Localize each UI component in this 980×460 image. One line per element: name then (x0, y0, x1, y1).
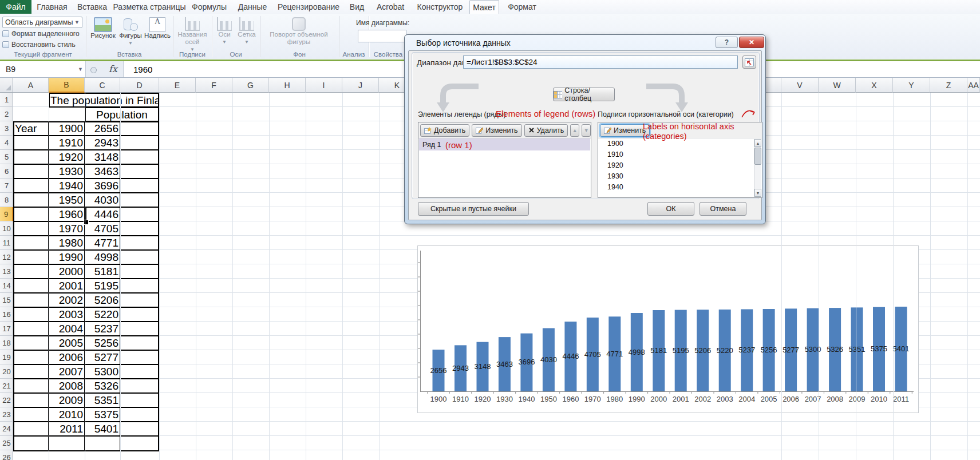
row-header-9[interactable]: 9 (0, 207, 13, 221)
scroll-down-button[interactable]: ▼ (754, 189, 761, 197)
tab-insert[interactable]: Вставка (76, 0, 109, 14)
cell-B4[interactable]: 1910 (50, 136, 83, 150)
cell-B18[interactable]: 2005 (50, 336, 83, 350)
insert-picture-button[interactable]: Рисунок (89, 17, 117, 39)
cell-C24[interactable]: 5401 (86, 422, 118, 436)
cell-C2-population-header[interactable]: Population (86, 108, 158, 122)
chart-elements-dropdown[interactable]: Область диаграммы ▼ (2, 17, 82, 28)
row-header-7[interactable]: 7 (0, 179, 13, 193)
cell-C13[interactable]: 5181 (86, 264, 118, 279)
row-header-20[interactable]: 20 (0, 364, 13, 379)
tab-page-layout[interactable]: Разметка страницы (114, 0, 184, 14)
hidden-empty-cells-button[interactable]: Скрытые и пустые ячейки (418, 202, 529, 216)
row-header-12[interactable]: 12 (0, 250, 13, 264)
column-header-Z[interactable]: Z (930, 78, 967, 93)
row-header-18[interactable]: 18 (0, 336, 13, 350)
row-header-24[interactable]: 24 (0, 422, 13, 436)
edit-series-button[interactable]: Изменить (472, 124, 521, 137)
column-header-Y[interactable]: Y (893, 78, 930, 93)
cell-C10[interactable]: 4705 (86, 221, 118, 236)
column-header-V[interactable]: V (781, 78, 819, 93)
tab-review[interactable]: Рецензирование (278, 0, 339, 14)
column-header-B[interactable]: B (49, 78, 85, 93)
move-series-up-button[interactable]: ▲ (570, 124, 579, 137)
cell-B16[interactable]: 2003 (50, 307, 83, 322)
column-header-D[interactable]: D (120, 78, 159, 93)
row-header-19[interactable]: 19 (0, 350, 13, 364)
cell-C5[interactable]: 3148 (86, 150, 118, 164)
insert-function-icon[interactable]: fx (109, 64, 117, 74)
active-cell-selection[interactable] (48, 207, 86, 222)
cell-B21[interactable]: 2008 (50, 379, 83, 393)
gridlines-button[interactable]: Сетка ▼ (236, 17, 258, 46)
row-header-25[interactable]: 25 (0, 436, 13, 450)
tab-formulas[interactable]: Формулы (193, 0, 226, 14)
reset-style-button[interactable]: Восстановить стиль (1, 41, 76, 49)
row-header-13[interactable]: 13 (0, 264, 13, 279)
tab-design[interactable]: Конструктор (415, 0, 465, 14)
scroll-thumb[interactable] (754, 148, 761, 165)
cell-B8[interactable]: 1950 (50, 193, 83, 207)
category-item-1910[interactable]: 1910 (599, 149, 761, 160)
axes-button[interactable]: Оси ▼ (214, 17, 235, 46)
name-box[interactable]: B9 ▼ (0, 61, 86, 77)
cell-B20[interactable]: 2007 (50, 364, 83, 379)
cell-B19[interactable]: 2006 (50, 350, 83, 364)
cell-B15[interactable]: 2002 (50, 293, 83, 307)
cell-C12[interactable]: 4998 (86, 250, 118, 264)
cell-C11[interactable]: 4771 (86, 236, 118, 250)
cell-B13[interactable]: 2000 (50, 264, 83, 279)
cell-B11[interactable]: 1980 (50, 236, 83, 250)
row-header-6[interactable]: 6 (0, 164, 13, 179)
cell-C19[interactable]: 5277 (86, 350, 118, 364)
column-header-X[interactable]: X (856, 78, 893, 93)
column-header-partial[interactable] (766, 78, 781, 93)
cell-C21[interactable]: 5326 (86, 379, 118, 393)
cell-C14[interactable]: 5195 (86, 279, 118, 293)
ok-button[interactable]: ОК (647, 202, 694, 216)
tab-data[interactable]: Данные (236, 0, 269, 14)
name-box-dropdown-icon[interactable]: ▼ (78, 66, 83, 72)
insert-shapes-button[interactable]: Фигуры ▼ (118, 17, 143, 47)
insert-textbox-button[interactable]: A Надпись (144, 17, 171, 39)
scroll-up-button[interactable]: ▲ (754, 139, 761, 147)
row-header-8[interactable]: 8 (0, 193, 13, 207)
format-selection-button[interactable]: Формат выделенного (1, 30, 80, 38)
tab-home[interactable]: Главная (35, 0, 69, 14)
column-header-F[interactable]: F (196, 78, 232, 93)
formula-bar-split-handle[interactable] (90, 67, 97, 73)
row-header-15[interactable]: 15 (0, 293, 13, 307)
row-header-4[interactable]: 4 (0, 136, 13, 150)
axis-titles-button[interactable]: Названия осей ▼ (175, 17, 210, 53)
tab-acrobat[interactable]: Acrobat (373, 0, 408, 14)
cell-B10[interactable]: 1970 (50, 221, 83, 236)
remove-series-button[interactable]: Удалить (524, 124, 568, 137)
cancel-button[interactable]: Отмена (700, 202, 746, 216)
row-header-3[interactable]: 3 (0, 121, 13, 136)
row-header-22[interactable]: 22 (0, 393, 13, 407)
cell-C18[interactable]: 5256 (86, 336, 118, 350)
cell-C9[interactable]: 4446 (86, 207, 118, 221)
row-header-17[interactable]: 17 (0, 322, 13, 336)
range-input[interactable]: =Лист1!$B$3:$C$24 (463, 55, 738, 69)
column-header-G[interactable]: G (232, 78, 269, 93)
column-header-J[interactable]: J (342, 78, 379, 93)
cell-C16[interactable]: 5220 (86, 307, 118, 322)
rotation-3d-button[interactable]: Поворот объемной фигуры (269, 17, 329, 46)
row-header-10[interactable]: 10 (0, 221, 13, 236)
row-header-11[interactable]: 11 (0, 236, 13, 250)
tab-file[interactable]: Файл (0, 0, 31, 14)
column-header-A[interactable]: A (13, 78, 49, 93)
cell-B14[interactable]: 2001 (50, 279, 83, 293)
tab-view[interactable]: Вид (346, 0, 368, 14)
column-header-H[interactable]: H (269, 78, 306, 93)
category-item-1930[interactable]: 1930 (599, 171, 761, 182)
cell-B22[interactable]: 2009 (50, 393, 83, 407)
cell-B7[interactable]: 1940 (50, 179, 83, 193)
cell-B1-title[interactable]: The population in Finland (50, 93, 158, 107)
column-header-C[interactable]: C (85, 78, 120, 93)
row-header-14[interactable]: 14 (0, 279, 13, 293)
tab-format[interactable]: Формат (506, 0, 538, 14)
row-header-5[interactable]: 5 (0, 150, 13, 164)
column-header-I[interactable]: I (306, 78, 342, 93)
